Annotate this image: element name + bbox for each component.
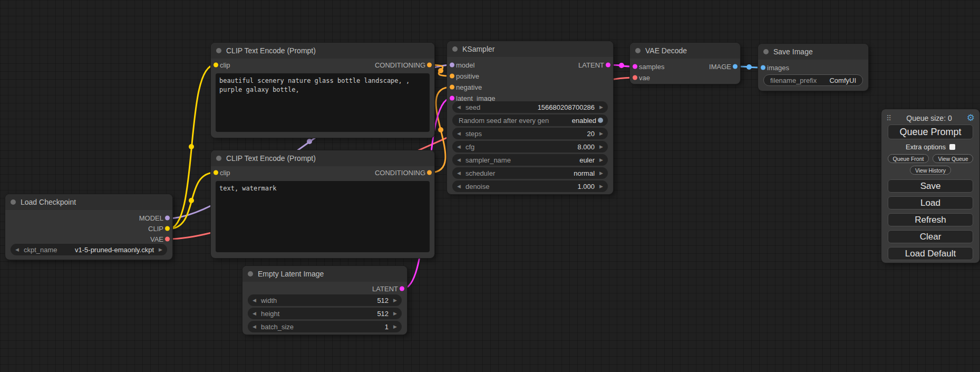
node-clip-text-encode-positive[interactable]: CLIP Text Encode (Prompt) clip CONDITION… [211,43,434,138]
node-title: Load Checkpoint [21,198,76,206]
sampler-name-widget[interactable]: ◀ sampler_name euler ▶ [452,154,608,166]
view-queue-button[interactable]: View Queue [933,154,973,163]
slot-label: positive [456,72,479,80]
decrement-arrow-icon[interactable]: ◀ [457,145,461,149]
image-output-slot[interactable] [733,64,738,69]
filename-prefix-widget[interactable]: filename_prefix ComfyUI [763,74,863,86]
latent-image-input-slot[interactable] [450,96,454,101]
node-title: CLIP Text Encode (Prompt) [226,154,316,163]
images-input-slot[interactable] [761,65,765,70]
settings-gear-icon[interactable]: ⚙ [967,113,975,122]
conditioning-output-slot[interactable] [427,170,432,175]
clip-input-slot[interactable] [214,63,218,68]
node-title-bar[interactable]: Save Image [758,44,868,60]
slot-label: model [456,61,474,69]
decrement-arrow-icon[interactable]: ◀ [253,298,256,303]
prompt-textarea[interactable]: beautiful scenery nature glass bottle la… [216,73,430,132]
latent-output-slot[interactable] [606,63,610,68]
node-title: KSampler [462,45,494,53]
node-empty-latent-image[interactable]: Empty Latent Image LATENT ◀ width 512 ▶ … [242,266,407,335]
vae-input-slot[interactable] [633,75,637,80]
decrement-arrow-icon[interactable]: ◀ [457,105,461,110]
positive-input-slot[interactable] [450,74,454,79]
model-output-slot[interactable] [165,216,170,221]
decrement-arrow-icon[interactable]: ◀ [253,311,256,316]
seed-widget[interactable]: ◀ seed 156680208700286 ▶ [452,101,608,113]
decrement-arrow-icon[interactable]: ◀ [457,184,461,189]
clip-input-slot[interactable] [214,170,218,175]
drag-handle-icon[interactable]: ⠿ [886,115,891,122]
samples-input-slot[interactable] [633,64,637,69]
node-title-bar[interactable]: VAE Decode [630,43,740,59]
vae-output: VAE [150,234,172,244]
vae-output-slot[interactable] [165,237,170,242]
collapse-dot-icon[interactable] [11,199,16,205]
extra-options-checkbox[interactable] [949,144,955,150]
vae-input: vae [630,73,650,82]
decrement-arrow-icon[interactable]: ◀ [457,171,461,176]
prompt-textarea[interactable]: text, watermark [216,181,430,252]
widget-label: denoise [465,183,490,190]
node-title-bar[interactable]: KSampler [447,41,613,57]
negative-input-slot[interactable] [450,85,454,90]
collapse-dot-icon[interactable] [248,271,253,276]
refresh-button[interactable]: Refresh [888,213,973,226]
load-button[interactable]: Load [888,196,973,209]
collapse-dot-icon[interactable] [635,48,641,53]
widget-value: 20 [587,130,595,138]
decrement-arrow-icon[interactable]: ◀ [457,158,461,163]
widget-value: 156680208700286 [538,103,595,111]
node-title-bar[interactable]: CLIP Text Encode (Prompt) [211,43,434,59]
increment-arrow-icon[interactable]: ▶ [599,171,603,176]
node-title-bar[interactable]: Empty Latent Image [242,266,407,282]
ckpt-name-widget[interactable]: ◀ ckpt_name v1-5-pruned-emaonly.ckpt ▶ [11,244,167,255]
queue-prompt-button[interactable]: Queue Prompt [888,125,973,139]
node-ksampler[interactable]: KSampler model positive negative latent_… [447,41,613,194]
queue-front-button[interactable]: Queue Front [888,154,929,163]
decrement-arrow-icon[interactable]: ◀ [253,325,256,329]
collapse-dot-icon[interactable] [216,156,221,161]
increment-arrow-icon[interactable]: ▶ [393,298,397,303]
link-midpoint-dot [307,139,312,144]
clear-button[interactable]: Clear [888,230,973,243]
increment-arrow-icon[interactable]: ▶ [599,184,603,189]
node-load-checkpoint[interactable]: Load Checkpoint MODEL CLIP VAE ◀ ckpt_na… [5,194,172,260]
node-vae-decode[interactable]: VAE Decode samples vae IMAGE [630,43,740,84]
save-button[interactable]: Save [888,179,973,193]
denoise-widget[interactable]: ◀ denoise 1.000 ▶ [452,180,608,192]
latent-output-slot[interactable] [400,287,404,291]
clip-output-slot[interactable] [165,226,170,231]
link-midpoint-dot [189,198,194,203]
slot-label: MODEL [139,214,163,222]
cfg-widget[interactable]: ◀ cfg 8.000 ▶ [452,141,608,152]
collapse-dot-icon[interactable] [452,46,458,52]
view-history-button[interactable]: View History [910,166,951,175]
increment-arrow-icon[interactable]: ▶ [159,247,162,252]
steps-widget[interactable]: ◀ steps 20 ▶ [452,128,608,139]
scheduler-widget[interactable]: ◀ scheduler normal ▶ [452,167,608,179]
batch-size-widget[interactable]: ◀ batch_size 1 ▶ [248,321,402,332]
conditioning-output-slot[interactable] [427,63,432,68]
node-title-bar[interactable]: CLIP Text Encode (Prompt) [211,150,434,166]
model-input-slot[interactable] [450,63,454,68]
node-clip-text-encode-negative[interactable]: CLIP Text Encode (Prompt) clip CONDITION… [211,150,434,258]
node-graph-canvas[interactable]: Load Checkpoint MODEL CLIP VAE ◀ ckpt_na… [0,0,980,372]
node-title-bar[interactable]: Load Checkpoint [5,194,172,210]
collapse-dot-icon[interactable] [216,48,221,53]
decrement-arrow-icon[interactable]: ◀ [457,131,461,136]
random-toggle-icon[interactable] [598,118,603,123]
decrement-arrow-icon[interactable]: ◀ [15,247,19,252]
height-widget[interactable]: ◀ height 512 ▶ [248,308,402,319]
collapse-dot-icon[interactable] [763,49,769,54]
load-default-button[interactable]: Load Default [888,247,973,260]
increment-arrow-icon[interactable]: ▶ [599,105,603,110]
increment-arrow-icon[interactable]: ▶ [393,311,397,316]
node-save-image[interactable]: Save Image images filename_prefix ComfyU… [758,44,868,91]
increment-arrow-icon[interactable]: ▶ [599,145,603,149]
widget-label: width [261,297,277,304]
random-seed-widget[interactable]: Random seed after every gen enabled [452,115,608,126]
width-widget[interactable]: ◀ width 512 ▶ [248,294,402,306]
increment-arrow-icon[interactable]: ▶ [599,158,603,163]
increment-arrow-icon[interactable]: ▶ [599,131,603,136]
increment-arrow-icon[interactable]: ▶ [393,325,397,329]
